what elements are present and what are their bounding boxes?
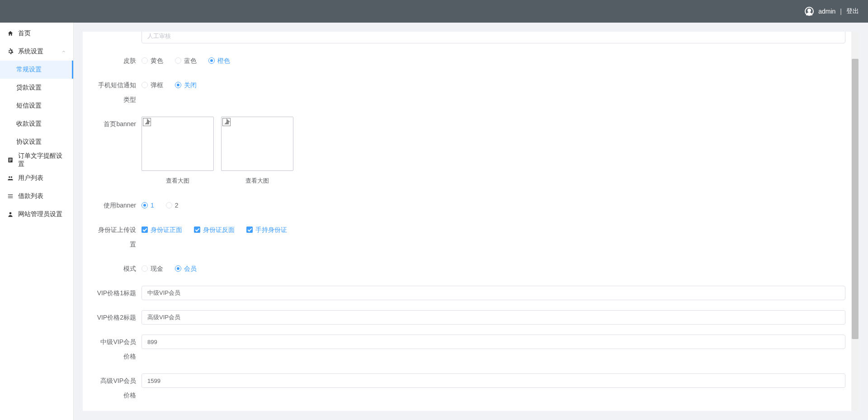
sidebar-item-receipt-settings[interactable]: 收款设置: [0, 115, 73, 133]
svg-point-4: [9, 176, 10, 178]
radio-skin-yellow[interactable]: 黄色: [142, 53, 163, 68]
chevron-down-icon: [61, 48, 66, 55]
sidebar-item-label: 短信设置: [16, 102, 42, 110]
sidebar-item-label: 借款列表: [18, 192, 43, 200]
radio-label: 黄色: [151, 53, 163, 68]
radio-mode-member[interactable]: 会员: [175, 261, 197, 276]
svg-point-9: [9, 212, 12, 214]
form-label-vip-high-price: 高级VIP会员价格: [96, 373, 142, 402]
radio-label: 关闭: [184, 78, 197, 92]
document-icon: [7, 157, 14, 163]
radio-use-banner-2[interactable]: 2: [166, 198, 179, 212]
view-big-link-1[interactable]: 查看大图: [142, 171, 214, 188]
svg-rect-3: [9, 161, 11, 161]
header-username: admin: [818, 8, 835, 15]
sidebar-item-agreement-settings[interactable]: 协议设置: [0, 133, 73, 151]
home-icon: [7, 30, 14, 37]
sidebar-item-label: 订单文字提醒设置: [18, 152, 66, 168]
svg-rect-7: [8, 196, 13, 196]
form-label-vip2-title: VIP价格2标题: [96, 310, 142, 325]
banner-image-2[interactable]: [221, 117, 293, 171]
radio-skin-blue[interactable]: 蓝色: [175, 53, 197, 68]
sidebar-submenu-system: 常规设置 贷款设置 短信设置 收款设置 协议设置: [0, 61, 73, 151]
sidebar-item-label: 常规设置: [16, 66, 42, 74]
checkbox-label: 身份证正面: [151, 222, 182, 237]
svg-rect-1: [9, 159, 12, 159]
radio-use-banner-1[interactable]: 1: [142, 198, 154, 212]
view-big-link-2[interactable]: 查看大图: [221, 171, 293, 188]
sidebar-item-sms-settings[interactable]: 短信设置: [0, 97, 73, 115]
radio-label: 橙色: [217, 53, 230, 68]
svg-point-5: [11, 176, 12, 178]
form-label-vip1-title: VIP价格1标题: [96, 286, 142, 300]
svg-rect-6: [8, 194, 13, 195]
form-label-vip-mid-price: 中级VIP会员价格: [96, 335, 142, 363]
scrollbar-thumb[interactable]: [852, 59, 859, 339]
radio-label: 蓝色: [184, 53, 197, 68]
sidebar-item-users[interactable]: 用户列表: [0, 169, 73, 187]
header-separator: |: [840, 8, 842, 15]
broken-image-icon: [222, 118, 231, 126]
sidebar-item-label: 用户列表: [18, 174, 43, 182]
input-vip1-title[interactable]: [142, 286, 845, 300]
radio-label: 会员: [184, 261, 197, 276]
list-icon: [7, 193, 14, 199]
person-icon: [7, 211, 14, 217]
sidebar-item-label: 贷款设置: [16, 84, 42, 92]
top-header: admin | 登出: [0, 0, 868, 23]
radio-mode-cash[interactable]: 现金: [142, 261, 163, 276]
sidebar-item-system[interactable]: 系统设置: [0, 42, 73, 61]
radio-sms-off[interactable]: 关闭: [175, 78, 197, 92]
radio-skin-orange[interactable]: 橙色: [208, 53, 230, 68]
form-label-mode: 模式: [96, 261, 142, 276]
avatar-icon: [805, 7, 814, 16]
svg-rect-2: [9, 160, 12, 160]
sidebar-item-loan-settings[interactable]: 贷款设置: [0, 79, 73, 97]
input-vip2-title[interactable]: [142, 310, 845, 325]
radio-sms-popup[interactable]: 弹框: [142, 78, 163, 92]
sidebar-item-general-settings[interactable]: 常规设置: [0, 61, 73, 79]
broken-image-icon: [143, 118, 151, 126]
checkbox-label: 手持身份证: [255, 222, 287, 237]
gear-icon: [7, 48, 14, 55]
input-vip-high-price[interactable]: [142, 373, 845, 388]
sidebar-item-admin[interactable]: 网站管理员设置: [0, 205, 73, 223]
form-label-banner: 首页banner: [96, 117, 142, 131]
sidebar-item-order-text[interactable]: 订单文字提醒设置: [0, 151, 73, 169]
form-label-use-banner: 使用banner: [96, 198, 142, 212]
input-vip-mid-price[interactable]: [142, 335, 845, 349]
select-value: 人工审核: [147, 32, 171, 43]
sidebar-item-label: 网站管理员设置: [18, 210, 62, 218]
radio-label: 1: [151, 198, 154, 212]
sidebar-item-label: 首页: [18, 29, 31, 38]
sidebar-item-label: 系统设置: [18, 47, 43, 56]
radio-label: 2: [175, 198, 179, 212]
form-scroll-area[interactable]: _ 人工审核 皮肤 黄色 蓝色: [83, 32, 859, 411]
sidebar: 首页 系统设置 常规设置 贷款设置 短信设置: [0, 23, 74, 420]
form-label-id-upload: 身份证上传设置: [96, 222, 142, 251]
main-panel: _ 人工审核 皮肤 黄色 蓝色: [83, 32, 859, 411]
radio-label: 现金: [151, 261, 163, 276]
form-label-sms-type: 手机短信通知类型: [96, 78, 142, 107]
sidebar-item-loans[interactable]: 借款列表: [0, 187, 73, 205]
svg-rect-8: [8, 198, 13, 198]
form-label-skin: 皮肤: [96, 53, 142, 68]
sidebar-item-home[interactable]: 首页: [0, 24, 73, 42]
sidebar-item-label: 收款设置: [16, 120, 42, 128]
users-icon: [7, 175, 14, 181]
checkbox-id-back[interactable]: 身份证反面: [194, 222, 235, 237]
checkbox-id-front[interactable]: 身份证正面: [142, 222, 182, 237]
review-mode-select[interactable]: 人工审核: [142, 32, 845, 43]
sidebar-item-label: 协议设置: [16, 138, 42, 146]
logout-link[interactable]: 登出: [846, 7, 859, 15]
banner-image-1[interactable]: [142, 117, 214, 171]
checkbox-id-hand[interactable]: 手持身份证: [246, 222, 287, 237]
checkbox-label: 身份证反面: [203, 222, 235, 237]
radio-label: 弹框: [151, 78, 163, 92]
